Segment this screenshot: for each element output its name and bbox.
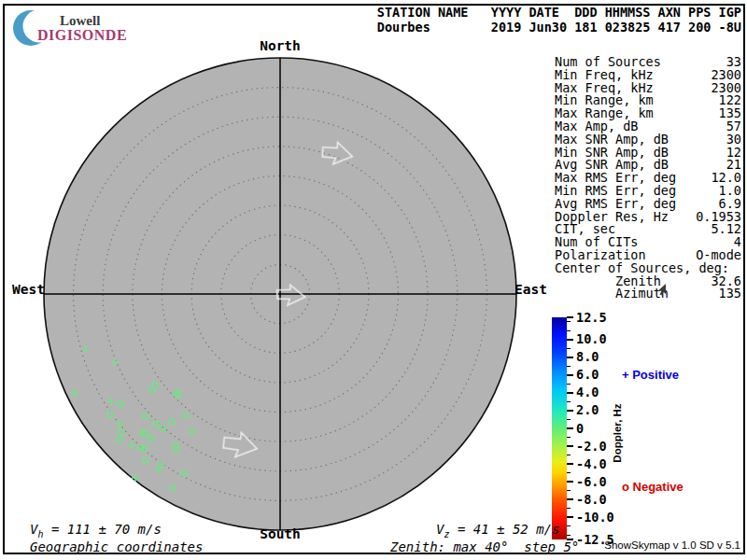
horizontal-velocity: Vh = 111 ± 70 m/s [30,522,162,539]
colorbar-tick-label: 10.0 [576,333,607,345]
colorbar-major-tick [567,516,573,518]
compass-east-label: East [514,282,547,297]
colorbar-major-tick [567,316,573,318]
colorbar-minor-tick [567,490,571,491]
colorbar-minor-tick [567,525,571,526]
cursor-icon [657,284,667,296]
colorbar-minor-tick [567,419,571,420]
param-label: Azimuth [555,287,669,301]
zenith-range-label: Zenith: max 40° step 5° [390,539,579,554]
colorbar-tick-label: -4.0 [576,458,607,470]
colorbar-minor-tick [567,401,571,402]
colorbar-major-tick [567,498,573,500]
software-version: ShowSkymap v 1.0 SD v 5.1 [604,539,740,551]
doppler-colorbar [552,317,567,539]
param-value: 135 [719,287,741,301]
colorbar-tick-label: 12.5 [576,312,607,324]
colorbar-minor-tick [567,384,571,385]
colorbar-tick-label: 0 [576,423,584,435]
colorbar-tick-label: -8.0 [576,494,607,506]
colorbar-tick-label: 8.0 [576,351,599,363]
vz-value: = 41 ± 52 m/s [449,522,559,537]
compass-south-label: South [260,526,301,541]
colorbar-major-tick [567,463,573,465]
colorbar-major-tick [567,339,573,341]
colorbar-major-tick [567,357,573,358]
colorbar-major-tick [567,374,573,376]
colorbar-tick-label: 4.0 [576,386,599,399]
vertical-velocity: Vz = 41 ± 52 m/s [436,522,559,539]
colorbar-minor-tick [567,455,571,455]
colorbar-tick-label: 6.0 [576,369,599,381]
colorbar-minor-tick [567,330,571,331]
param-row: Azimuth135 [555,287,741,301]
legend-negative: o Negative [622,480,684,494]
colorbar-tick-label: 2.0 [576,404,599,416]
colorbar-tick-label: -2.0 [576,441,607,453]
colorbar-major-tick [567,445,573,447]
coordinates-label: Geographic coordinates [30,539,203,554]
vh-value: = 111 ± 70 m/s [43,522,161,537]
colorbar-major-tick [567,481,573,483]
colorbar-minor-tick [567,508,571,509]
compass-west-label: West [12,282,45,297]
colorbar-major-tick [567,410,573,412]
colorbar-minor-tick [567,535,571,536]
compass-north-label: North [260,38,301,53]
colorbar-minor-tick [567,321,571,322]
colorbar-major-tick [567,427,573,429]
colorbar-tick-label: -10.0 [576,511,614,524]
colorbar-title: Doppler, Hz [612,403,623,462]
legend-positive: + Positive [622,368,679,382]
colorbar-minor-tick [567,366,571,367]
colorbar-minor-tick [567,348,571,349]
colorbar-minor-tick [567,437,571,438]
colorbar-major-tick [567,392,573,394]
colorbar-tick-label: -6.0 [576,476,607,488]
parameter-list: Num of Sources33Min Freq, kHz2300Max Fre… [555,56,741,301]
colorbar-minor-tick [567,472,571,473]
